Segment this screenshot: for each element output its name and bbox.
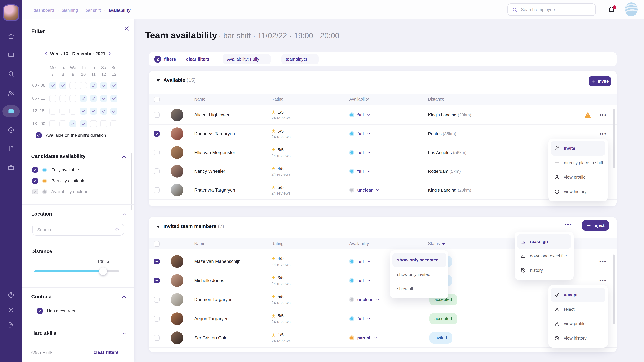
- menu-item[interactable]: show all: [392, 282, 446, 296]
- slot-checkbox[interactable]: [59, 107, 66, 114]
- clear-filters-link[interactable]: clear filters: [94, 350, 118, 355]
- status-filter-triangle-icon[interactable]: [442, 243, 446, 245]
- calendar-icon[interactable]: [8, 108, 15, 115]
- brand-logo[interactable]: [624, 2, 638, 17]
- availability-cell[interactable]: full: [349, 278, 370, 283]
- menu-item[interactable]: invite: [551, 141, 606, 156]
- slot-checkbox[interactable]: [49, 120, 56, 127]
- availability-cell[interactable]: unclear: [349, 297, 380, 302]
- team-icon[interactable]: [8, 89, 15, 97]
- row-checkbox[interactable]: [154, 335, 160, 341]
- row-checkbox[interactable]: [154, 278, 160, 283]
- select-all-checkbox[interactable]: [154, 241, 160, 247]
- availability-filter-option[interactable]: Availability unclear: [32, 189, 88, 194]
- location-search-input[interactable]: [36, 227, 115, 232]
- slot-checkbox[interactable]: [110, 120, 118, 127]
- clear-filters-button[interactable]: clear filters: [186, 57, 210, 62]
- menu-item[interactable]: history: [517, 263, 571, 278]
- availability-cell[interactable]: full: [349, 259, 370, 264]
- breadcrumb-bar-shift[interactable]: bar shift: [85, 8, 101, 13]
- section-actions-button[interactable]: •••: [564, 222, 572, 228]
- breadcrumb-planning[interactable]: planning: [62, 8, 78, 13]
- option-checkbox[interactable]: [32, 167, 38, 173]
- availability-cell[interactable]: full: [349, 150, 370, 155]
- availability-cell[interactable]: full: [349, 169, 370, 174]
- slot-checkbox[interactable]: [70, 107, 77, 114]
- slot-checkbox[interactable]: [49, 82, 56, 89]
- select-all-checkbox[interactable]: [154, 96, 160, 102]
- menu-item[interactable]: accept: [551, 288, 606, 302]
- row-checkbox[interactable]: [154, 187, 160, 193]
- briefcase-icon[interactable]: [8, 164, 15, 171]
- notifications-bell-icon[interactable]: [607, 5, 616, 14]
- breadcrumb-dashboard[interactable]: dashboard: [34, 8, 54, 13]
- slot-checkbox[interactable]: [110, 107, 118, 114]
- collapse-triangle-icon[interactable]: [157, 226, 160, 228]
- availability-cell[interactable]: unclear: [349, 188, 380, 193]
- slot-checkbox[interactable]: [80, 107, 87, 114]
- slot-checkbox[interactable]: [100, 120, 107, 127]
- slot-checkbox[interactable]: [80, 82, 87, 89]
- availability-filter-option[interactable]: Fully available: [32, 167, 79, 173]
- slot-checkbox[interactable]: [110, 95, 118, 102]
- warning-icon[interactable]: [585, 112, 591, 118]
- menu-item[interactable]: show only accepted: [392, 253, 446, 267]
- row-checkbox[interactable]: [154, 258, 160, 264]
- user-avatar[interactable]: [4, 5, 18, 20]
- chevron-up-icon[interactable]: [122, 212, 127, 217]
- home-icon[interactable]: [8, 32, 15, 40]
- row-checkbox[interactable]: [154, 316, 160, 322]
- slot-checkbox[interactable]: [110, 82, 118, 89]
- search-icon[interactable]: [8, 70, 15, 77]
- close-icon[interactable]: [124, 25, 130, 32]
- logout-icon[interactable]: [8, 321, 15, 329]
- menu-item[interactable]: view history: [551, 331, 606, 345]
- employee-search-input[interactable]: [520, 7, 591, 12]
- option-checkbox[interactable]: [32, 178, 38, 184]
- slot-checkbox[interactable]: [70, 120, 77, 127]
- slot-checkbox[interactable]: [59, 95, 66, 102]
- filter-scrollbar[interactable]: [131, 152, 132, 210]
- slider-thumb[interactable]: [99, 268, 107, 275]
- settings-icon[interactable]: [8, 306, 15, 314]
- slot-checkbox[interactable]: [49, 107, 56, 114]
- slot-checkbox[interactable]: [80, 120, 87, 127]
- clock-icon[interactable]: [8, 126, 15, 134]
- reject-button[interactable]: reject: [582, 220, 609, 231]
- table-scrollbar[interactable]: [613, 109, 615, 168]
- menu-item[interactable]: reassign: [517, 234, 571, 249]
- row-actions-button[interactable]: •••: [600, 131, 607, 137]
- menu-item[interactable]: directly place in shift: [551, 156, 606, 170]
- has-contract-option[interactable]: Has a contract: [37, 308, 75, 314]
- menu-item[interactable]: reject: [551, 302, 606, 317]
- row-actions-button[interactable]: •••: [600, 112, 607, 118]
- menu-item[interactable]: download excel file: [517, 249, 571, 263]
- shift-duration-option[interactable]: Available on the shift's duration: [36, 132, 106, 138]
- availability-cell[interactable]: partial: [349, 335, 377, 340]
- slot-checkbox[interactable]: [70, 95, 77, 102]
- slot-checkbox[interactable]: [100, 95, 107, 102]
- option-checkbox[interactable]: [32, 189, 38, 194]
- slot-checkbox[interactable]: [80, 95, 87, 102]
- menu-item[interactable]: view history: [551, 184, 606, 199]
- slot-checkbox[interactable]: [100, 82, 107, 89]
- availability-cell[interactable]: full: [349, 131, 370, 136]
- menu-item[interactable]: view profile: [551, 317, 606, 331]
- distance-slider[interactable]: [34, 271, 119, 272]
- row-checkbox[interactable]: [154, 131, 160, 137]
- chevron-up-icon[interactable]: [122, 154, 127, 159]
- menu-item[interactable]: view profile: [551, 170, 606, 184]
- filter-chip-teamplayer[interactable]: teamplayer: [282, 54, 319, 64]
- slot-checkbox[interactable]: [59, 82, 66, 89]
- has-contract-checkbox[interactable]: [37, 308, 42, 314]
- row-checkbox[interactable]: [154, 168, 160, 174]
- calendar-next-icon[interactable]: [107, 51, 112, 56]
- availability-cell[interactable]: full: [349, 316, 370, 321]
- remove-chip-icon[interactable]: [263, 57, 266, 61]
- document-icon[interactable]: [8, 145, 15, 152]
- filter-chip-availability[interactable]: Availability: Fully: [223, 54, 271, 64]
- slot-checkbox[interactable]: [100, 107, 107, 114]
- slot-checkbox[interactable]: [49, 95, 56, 102]
- chevron-down-icon[interactable]: [122, 331, 127, 336]
- row-actions-button[interactable]: •••: [600, 258, 607, 264]
